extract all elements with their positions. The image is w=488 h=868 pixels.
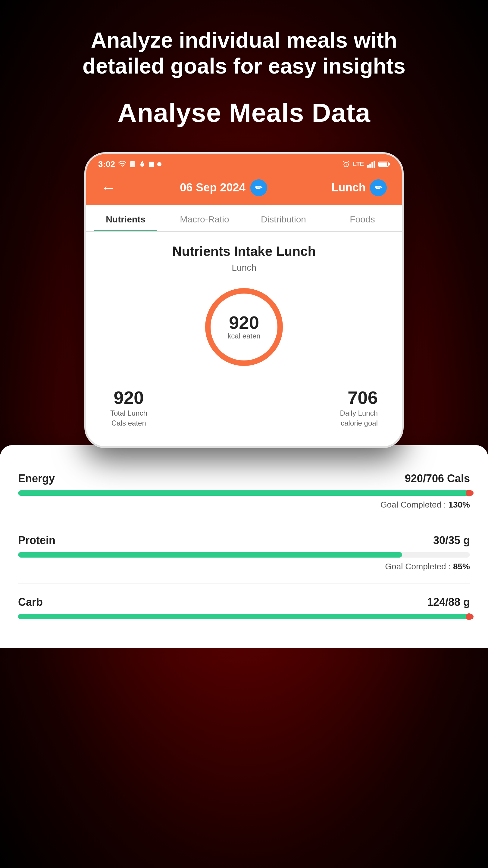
svg-rect-6	[371, 162, 373, 168]
progress-fill-protein	[18, 552, 402, 558]
subtitle: Analyse Meals Data	[118, 97, 370, 128]
nutrient-header-protein: Protein 30/35 g	[18, 534, 470, 547]
tabs-bar: Nutrients Macro-Ratio Distribution Foods	[86, 205, 402, 232]
svg-rect-4	[367, 165, 369, 167]
tab-distribution[interactable]: Distribution	[244, 205, 323, 231]
nav-bar: ← 06 Sep 2024 ✏ Lunch ✏	[86, 173, 402, 205]
meal-edit-button[interactable]: ✏	[370, 179, 387, 196]
nutrient-amount-carb: 124/88 g	[427, 596, 470, 609]
status-time: 3:02	[98, 159, 161, 169]
lte-label: LTE	[353, 161, 364, 167]
status-left-icons	[118, 160, 161, 168]
nav-date: 06 Sep 2024 ✏	[180, 179, 267, 196]
stat-goal: 706 Daily Lunch calorie goal	[340, 387, 378, 428]
tab-nutrients[interactable]: Nutrients	[86, 205, 165, 231]
progress-track-protein	[18, 552, 470, 558]
goal-text-protein: Goal Completed : 85%	[18, 562, 470, 571]
svg-rect-5	[369, 163, 371, 167]
status-bar: 3:02	[86, 154, 402, 173]
nutrient-amount-protein: 30/35 g	[433, 534, 470, 547]
svg-rect-10	[389, 163, 390, 165]
nutrient-name-protein: Protein	[18, 534, 56, 547]
dot-icon	[157, 162, 161, 166]
stat-total: 920 Total Lunch Cals eaten	[110, 387, 147, 428]
square-icon	[148, 161, 155, 167]
nutrient-amount-energy: 920/706 Cals	[405, 472, 470, 485]
donut-ring: 920 kcal eaten	[199, 282, 289, 372]
nutrient-header-energy: Energy 920/706 Cals	[18, 472, 470, 485]
date-edit-button[interactable]: ✏	[250, 179, 267, 196]
stat-goal-value: 706	[340, 387, 378, 408]
nutrient-row-protein: Protein 30/35 g Goal Completed : 85%	[18, 522, 470, 584]
svg-rect-0	[130, 161, 135, 167]
progress-fill-carb	[18, 614, 470, 619]
phone-container: 3:02	[84, 152, 404, 448]
nutrient-name-carb: Carb	[18, 596, 43, 609]
page-wrapper: Analyze individual meals with detailed g…	[0, 0, 488, 648]
content-area: Nutrients Intake Lunch Lunch 920 kc	[86, 232, 402, 446]
stat-total-label: Total Lunch Cals eaten	[110, 408, 147, 428]
tab-foods[interactable]: Foods	[323, 205, 402, 231]
nutrient-row-energy: Energy 920/706 Cals Goal Completed : 130…	[18, 460, 470, 522]
tab-macro-ratio[interactable]: Macro-Ratio	[165, 205, 244, 231]
donut-unit: kcal eaten	[227, 332, 260, 340]
nutrient-header-carb: Carb 124/88 g	[18, 596, 470, 609]
donut-value: 920	[227, 314, 260, 332]
signal-icon	[367, 161, 375, 168]
stats-row: 920 Total Lunch Cals eaten 706 Daily Lun…	[98, 384, 390, 434]
progress-track-carb	[18, 614, 470, 619]
flame-icon	[138, 160, 146, 168]
status-right-icons: LTE	[342, 160, 390, 168]
svg-rect-9	[379, 162, 387, 166]
nutrient-name-energy: Energy	[18, 472, 55, 485]
goal-text-energy: Goal Completed : 130%	[18, 500, 470, 510]
nutrient-cards: Energy 920/706 Cals Goal Completed : 130…	[0, 445, 488, 648]
back-arrow[interactable]: ←	[101, 179, 116, 196]
svg-rect-1	[149, 162, 154, 167]
progress-fill-energy	[18, 490, 470, 496]
hero-text: Analyze individual meals with detailed g…	[48, 27, 440, 79]
alarm-icon	[342, 160, 350, 168]
stat-goal-label: Daily Lunch calorie goal	[340, 408, 378, 428]
svg-rect-7	[373, 161, 375, 167]
nutrient-row-carb: Carb 124/88 g	[18, 584, 470, 636]
meal-label: Lunch	[98, 262, 390, 273]
donut-container: 920 kcal eaten	[98, 282, 390, 372]
stat-total-value: 920	[110, 387, 147, 408]
intake-title: Nutrients Intake Lunch	[98, 244, 390, 259]
svg-point-2	[157, 162, 161, 166]
sim-icon	[129, 161, 136, 168]
progress-track-energy	[18, 490, 470, 496]
wifi-icon	[118, 160, 127, 168]
phone-frame: 3:02	[84, 152, 404, 448]
battery-icon	[378, 161, 390, 167]
donut-center: 920 kcal eaten	[227, 314, 260, 340]
nav-meal: Lunch ✏	[331, 179, 387, 196]
